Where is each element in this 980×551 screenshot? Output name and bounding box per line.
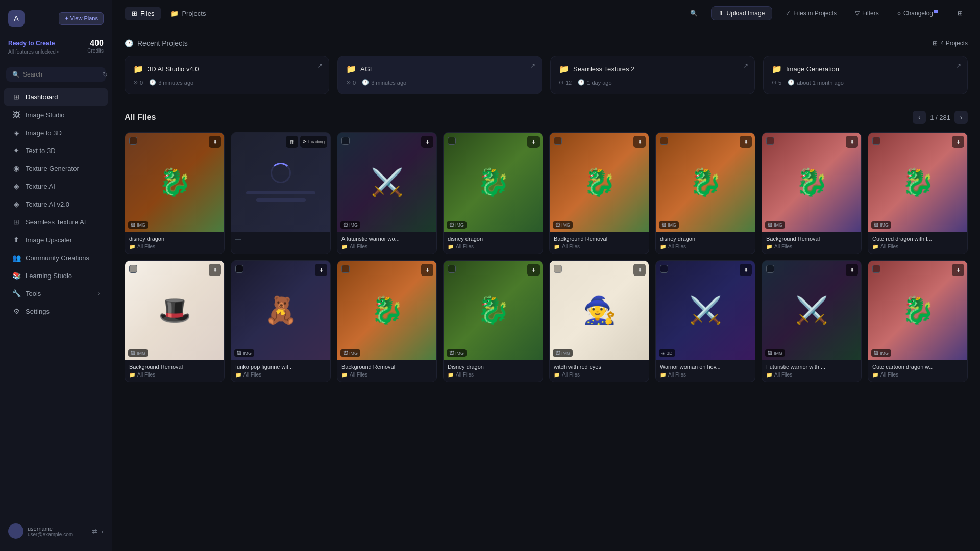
folder-icon-sm: 📁 — [660, 372, 666, 378]
download-button[interactable]: ⬇ — [527, 264, 540, 276]
sidebar-item-texture-generator[interactable]: ◉ Texture Generator — [4, 160, 108, 177]
download-button[interactable]: ⬇ — [952, 264, 964, 276]
file-card-15[interactable]: ⚔️ ⬇ 🖼 IMG Futuristic warrior with ... 📁… — [762, 260, 862, 382]
file-count-icon: ⊙ — [559, 79, 564, 86]
file-card-11[interactable]: 🐉 ⬇ 🖼 IMG Background Removal 📁 All Files — [337, 260, 437, 382]
file-card-5[interactable]: 🐉 ⬇ 🖼 IMG Background Removal 📁 All Files — [549, 132, 649, 254]
download-button[interactable]: ⬇ — [209, 136, 221, 148]
file-checkbox[interactable] — [660, 137, 668, 145]
file-checkbox[interactable] — [341, 265, 350, 273]
thumb-emoji: 🐉 — [897, 293, 939, 328]
download-button[interactable]: ⬇ — [421, 264, 433, 276]
sidebar-item-seamless-texture[interactable]: ⊞ Seamless Texture AI — [4, 213, 108, 231]
file-card-6[interactable]: 🐉 ⬇ 🖼 IMG disney dragon 📁 All Files — [655, 132, 755, 254]
file-badge: 🖼 IMG — [340, 221, 360, 229]
project-count[interactable]: ⊞ 4 Projects — [933, 40, 968, 47]
file-checkbox[interactable] — [448, 265, 456, 273]
next-page-button[interactable]: › — [954, 111, 968, 124]
upload-image-button[interactable]: ⬆ Upload Image — [711, 6, 773, 20]
download-button[interactable]: ⬇ — [633, 264, 646, 276]
sidebar-item-dashboard[interactable]: ⊞ Dashboard — [4, 88, 108, 106]
folder-icon: 📁 — [133, 64, 143, 74]
file-checkbox[interactable] — [129, 137, 137, 145]
file-checkbox[interactable] — [129, 265, 137, 273]
file-checkbox[interactable] — [554, 265, 562, 273]
view-plans-button[interactable]: ✦ View Plans — [59, 12, 104, 25]
sidebar-item-texture-ai[interactable]: ◈ Texture AI — [4, 178, 108, 195]
files-in-projects-button[interactable]: ✓ Files in Projects — [780, 7, 842, 19]
file-card-13[interactable]: 🧙 ⬇ 🖼 IMG witch with red eyes 📁 All File… — [549, 260, 649, 382]
badge-icon: 🖼 — [874, 222, 878, 228]
thumb-emoji: 🐉 — [791, 165, 832, 199]
download-button[interactable]: ⬇ — [952, 136, 964, 148]
sidebar-item-community[interactable]: 👥 Community Creations — [4, 249, 108, 266]
download-button[interactable]: ⬇ — [315, 264, 327, 276]
project-card-seamless-textures[interactable]: 📁 Seamless Textures 2 ⊙12 🕐1 day ago ↗ — [550, 56, 755, 94]
folder-icon-sm: 📁 — [129, 244, 135, 249]
project-name: AGI — [360, 65, 372, 73]
external-link-icon: ↗ — [956, 62, 961, 69]
search-bar[interactable]: 🔍 ↻ — [6, 67, 106, 82]
file-card-7[interactable]: 🐉 ⬇ 🖼 IMG Background Removal 📁 All Files — [762, 132, 862, 254]
file-card-9[interactable]: 🎩 ⬇ 🖼 IMG Background Removal 📁 All Files — [125, 260, 225, 382]
file-card-10[interactable]: 🧸 ⬇ 🖼 IMG funko pop figurine wit... 📁 Al… — [231, 260, 331, 382]
file-card-8[interactable]: 🐉 ⬇ 🖼 IMG Cute red dragon with l... 📁 Al… — [868, 132, 968, 254]
delete-button[interactable]: 🗑 — [286, 136, 298, 148]
sidebar-item-settings[interactable]: ⚙ Settings — [4, 303, 108, 320]
prev-page-button[interactable]: ‹ — [913, 111, 926, 124]
file-checkbox[interactable] — [660, 265, 668, 273]
settings-icon-btn[interactable]: ⇄ — [92, 528, 97, 535]
file-checkbox[interactable] — [766, 137, 774, 145]
tab-files[interactable]: ⊞ Files — [125, 7, 161, 20]
file-card-2[interactable]: 🗑 ⟳ Loading — — [231, 132, 331, 254]
download-button[interactable]: ⬇ — [421, 136, 433, 148]
file-checkbox[interactable] — [448, 137, 456, 145]
download-button[interactable]: ⬇ — [740, 264, 752, 276]
thumb-emoji: ⚔️ — [685, 293, 726, 328]
download-button[interactable]: ⬇ — [846, 136, 858, 148]
file-checkbox[interactable] — [235, 265, 243, 273]
download-button[interactable]: ⬇ — [209, 264, 221, 276]
download-button[interactable]: ⬇ — [846, 264, 858, 276]
file-card-12[interactable]: 🐉 ⬇ 🖼 IMG Disney dragon 📁 All Files — [443, 260, 543, 382]
sidebar-item-text-to-3d[interactable]: ✦ Text to 3D — [4, 142, 108, 159]
project-card-agi[interactable]: 📁 AGI ⊙0 🕐3 minutes ago ↗ — [337, 56, 542, 94]
file-checkbox[interactable] — [872, 265, 880, 273]
file-card-16[interactable]: 🐉 ⬇ 🖼 IMG Cute cartoon dragon w... 📁 All… — [868, 260, 968, 382]
folder-icon-sm: 📁 — [129, 372, 135, 378]
file-card-4[interactable]: 🐉 ⬇ 🖼 IMG disney dragon 📁 All Files — [443, 132, 543, 254]
file-badge: 🖼 IMG — [765, 221, 785, 229]
download-button[interactable]: ⬇ — [527, 136, 540, 148]
collapse-icon[interactable]: ‹ — [102, 528, 104, 535]
search-button[interactable]: 🔍 — [685, 7, 703, 19]
project-card-image-generation[interactable]: 📁 Image Generation ⊙5 🕐about 1 month ago… — [763, 56, 968, 94]
file-card-14[interactable]: ⚔️ ⬇ ◈ 3D Warrior woman on hov... 📁 All … — [655, 260, 755, 382]
file-name: Warrior woman on hov... — [660, 364, 751, 370]
project-card-3d-ai-studio[interactable]: 📁 3D AI Studio v4.0 ⊙0 🕐3 minutes ago ↗ — [125, 56, 329, 94]
search-input[interactable] — [23, 71, 100, 78]
grid-view-button[interactable]: ⊞ — [952, 7, 968, 19]
loading-bar-2 — [256, 198, 306, 202]
file-checkbox[interactable] — [766, 265, 774, 273]
changelog-button[interactable]: ○ Changelog — [892, 7, 944, 19]
badge-icon: 🖼 — [662, 222, 666, 228]
file-card-3[interactable]: ⚔️ ⬇ 🖼 IMG A futuristic warrior wo... 📁 … — [337, 132, 437, 254]
sidebar-item-tools[interactable]: 🔧 Tools › — [4, 285, 108, 302]
download-button[interactable]: ⬇ — [633, 136, 646, 148]
file-badge: 🖼 IMG — [871, 221, 891, 229]
filters-button[interactable]: ▽ Filters — [850, 7, 884, 19]
file-folder: 📁 All Files — [872, 372, 963, 378]
file-checkbox[interactable] — [554, 137, 562, 145]
sidebar-item-image-upscaler[interactable]: ⬆ Image Upscaler — [4, 231, 108, 248]
project-meta: ⊙5 🕐about 1 month ago — [772, 79, 959, 86]
sidebar-item-texture-ai-v2[interactable]: ◈ Texture AI v2.0 — [4, 195, 108, 213]
download-button[interactable]: ⬇ — [740, 136, 752, 148]
tab-projects[interactable]: 📁 Projects — [163, 7, 213, 20]
sidebar-item-learning[interactable]: 📚 Learning Studio — [4, 267, 108, 284]
file-actions: ⬇ — [740, 264, 752, 276]
sidebar-item-image-to-3d[interactable]: ◈ Image to 3D — [4, 124, 108, 141]
file-checkbox[interactable] — [872, 137, 880, 145]
file-checkbox[interactable] — [341, 137, 350, 145]
sidebar-item-image-studio[interactable]: 🖼 Image Studio — [4, 106, 108, 123]
file-card-1[interactable]: 🐉 ⬇ 🖼 IMG disney dragon 📁 All Files — [125, 132, 225, 254]
